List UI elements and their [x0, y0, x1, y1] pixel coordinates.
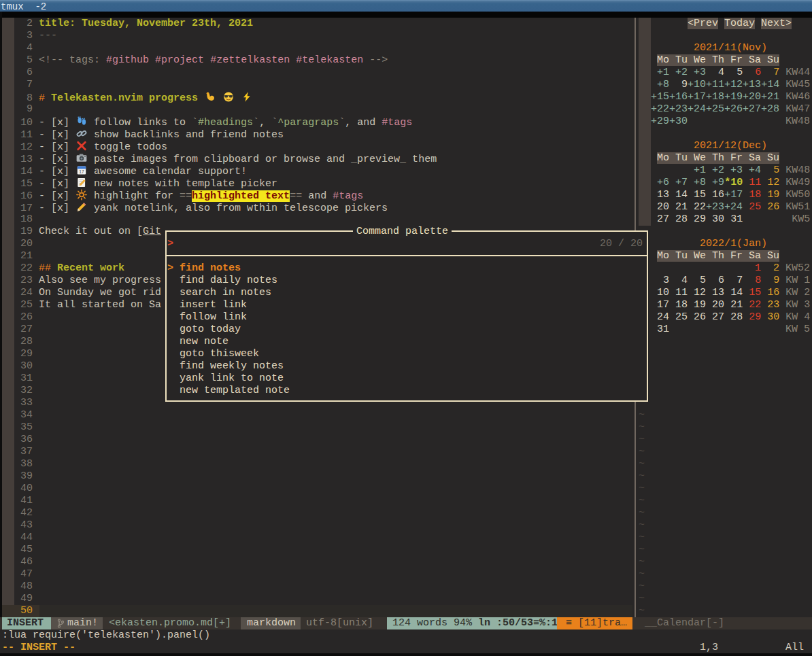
svg-text:17: 17: [79, 169, 84, 174]
